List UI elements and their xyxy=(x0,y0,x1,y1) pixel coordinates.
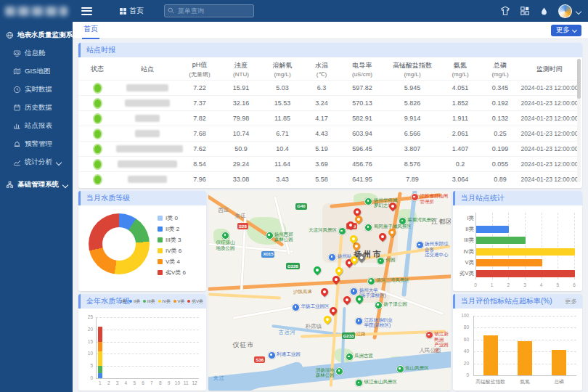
sidebar-item-label: 预警管理 xyxy=(25,139,52,149)
sidebar-item-statistics[interactable]: 统计分析 xyxy=(0,153,73,171)
map-poi-blue-icon[interactable] xyxy=(350,287,358,295)
status-dot-online xyxy=(93,113,102,124)
sidebar-group-surface-water-system[interactable]: 地表水质量监测系统 xyxy=(0,26,73,44)
table-row[interactable]: 7.3732.1615.533.24570.135.8261.8520.1922… xyxy=(78,96,579,111)
map-poi-red-icon[interactable] xyxy=(411,193,419,201)
legend-item[interactable]: V类 4 xyxy=(158,256,186,267)
user-avatar[interactable] xyxy=(558,4,572,18)
map-poi-label: 大运河风景区 xyxy=(295,227,337,233)
map-poi-label: 茱萸湾风景区 xyxy=(408,217,436,223)
layout-grid-icon[interactable] xyxy=(520,6,530,16)
map-poi-park-icon[interactable] xyxy=(355,379,363,387)
status-dot-online xyxy=(93,128,102,139)
user-menu-chevron-icon[interactable] xyxy=(576,7,581,15)
map-poi-park-icon[interactable] xyxy=(221,232,229,240)
vbar-高锰酸盐指数[interactable] xyxy=(483,335,498,375)
hbar-劣V类[interactable] xyxy=(476,270,575,277)
sidebar-item-label: 站点报表 xyxy=(25,121,52,131)
map-poi-park-icon[interactable] xyxy=(377,257,385,265)
stacked-bar-segment[interactable] xyxy=(98,327,102,341)
stacked-bar-segment[interactable] xyxy=(98,373,102,378)
column-header: 状态 xyxy=(78,58,116,81)
globe-icon xyxy=(6,31,14,39)
map-poi-park-icon[interactable] xyxy=(375,301,383,309)
more-button[interactable]: 更多 xyxy=(551,25,581,36)
breadcrumb[interactable]: 首页 xyxy=(120,6,144,16)
sidebar-item-info-cabin[interactable]: 信息舱 xyxy=(0,44,73,62)
map-poi-red-icon[interactable] xyxy=(425,331,433,339)
hbar-V类[interactable] xyxy=(476,259,542,266)
stacked-bar-segment[interactable] xyxy=(98,342,102,351)
map-pin-yellow[interactable] xyxy=(322,314,332,324)
map-poi-park-icon[interactable] xyxy=(346,353,354,361)
map-poi-blue-icon[interactable] xyxy=(292,303,300,311)
map-poi-blue-icon[interactable] xyxy=(355,317,363,325)
map-poi-park-icon[interactable] xyxy=(367,277,375,285)
month-station-panel: 当月站点统计 0123456I类II类III类IV类V类劣V类 xyxy=(453,191,582,291)
hbar-II类[interactable] xyxy=(476,226,509,233)
sidebar-item-station-report[interactable]: 站点报表 xyxy=(0,117,73,135)
menu-search-input[interactable] xyxy=(164,4,254,17)
exceed-rate-panel: 当月评价指标站点超标率(%) 更多 020406080100高锰酸盐指数氨氮总磷 xyxy=(453,294,582,391)
table-row[interactable]: 7.6250.910.45.19596.453.8071.4070.199202… xyxy=(78,142,579,157)
sidebar-item-history-data[interactable]: 历史数据 xyxy=(0,99,73,117)
map-poi-park-icon[interactable] xyxy=(396,365,404,373)
table-row[interactable]: 7.9633.083.435.58641.957.893.0640.892024… xyxy=(78,172,579,187)
map-poi-park-icon[interactable] xyxy=(338,227,346,235)
sidebar-item-gis-map[interactable]: GIS地图 xyxy=(0,62,73,81)
topbar: 首页 xyxy=(73,0,588,22)
table-row[interactable]: 7.6810.746.714.43603.946.5662.0610.25202… xyxy=(78,126,579,142)
stacked-bar-segment[interactable] xyxy=(98,351,102,366)
stacked-bar-segment[interactable] xyxy=(98,366,102,373)
month-grade-legend: I类 0II类 2III类 3IV类 6V类 4劣V类 6 xyxy=(158,213,186,278)
map-pin-red[interactable] xyxy=(319,287,330,297)
map-poi-label: 润扬湿地 森林公园 xyxy=(293,367,335,378)
table-row[interactable]: 7.8279.9811.854.17582.919.9141.9110.1322… xyxy=(78,111,579,126)
tab-home[interactable]: 首页 xyxy=(82,22,99,39)
map-poi-label: 华扬工业园区 xyxy=(301,303,330,309)
scrollbar-thumb[interactable] xyxy=(577,59,581,99)
status-dot-online xyxy=(93,83,102,94)
sidebar-item-alert-management[interactable]: 预警管理 xyxy=(0,135,73,153)
hbar-IV类[interactable] xyxy=(476,248,575,256)
sidebar: 地表水质量监测系统 信息舱 GIS地图 实时数据 历史数据 站点报表 预警管理 xyxy=(0,0,73,392)
column-header: 监测时间 xyxy=(520,58,579,81)
legend-item[interactable]: I类 0 xyxy=(158,213,186,224)
map-poi-park-icon[interactable] xyxy=(266,232,274,240)
map-poi-park-icon[interactable] xyxy=(364,224,372,232)
legend-item[interactable]: III类 3 xyxy=(158,234,186,245)
map-pin-green[interactable] xyxy=(312,265,322,275)
legend-item[interactable]: II类 2 xyxy=(158,224,186,234)
map-poi-label: 江苏省邵仙闸 管理所 xyxy=(420,193,448,204)
org-icon xyxy=(6,181,14,189)
legend-item[interactable]: 劣V类 6 xyxy=(158,267,186,278)
column-header: pH值(无量纲) xyxy=(179,58,221,81)
sidebar-item-label: 统计分析 xyxy=(25,158,52,167)
map-poi-blue-icon[interactable] xyxy=(268,351,276,359)
map-poi-blue-icon[interactable] xyxy=(416,241,424,249)
legend-item[interactable]: IV类 6 xyxy=(158,245,186,256)
hbar-III类[interactable] xyxy=(476,237,526,244)
map-panel[interactable]: 扬州市江都区仪征市西庄朱庄朴席镇人民公园古运河夹江沪陕高速春江路G40S28G3… xyxy=(208,191,451,391)
vbar-总磷[interactable] xyxy=(552,350,566,375)
theme-skin-icon[interactable] xyxy=(500,6,510,16)
vbar-氨氮[interactable] xyxy=(518,341,532,375)
map-poi-label: 何园 xyxy=(385,257,395,263)
map-poi-park-icon[interactable] xyxy=(335,367,343,375)
sidebar-item-realtime-data[interactable]: 实时数据 xyxy=(0,81,73,99)
map-poi-label: 扬子津公园 xyxy=(383,301,407,307)
sidebar-group-basic-management[interactable]: 基础管理系统 xyxy=(0,176,73,194)
map-poi-label: 利通工业园 xyxy=(277,351,301,357)
map-label: 西庄 xyxy=(218,207,229,214)
status-dot-online xyxy=(93,144,102,155)
table-row[interactable]: 8.5429.2411.643.69456.768.5760.20.055202… xyxy=(78,157,579,172)
table-row[interactable]: 7.2215.915.036.3597.825.9454.0510.345202… xyxy=(78,81,579,96)
column-header: 溶解氧(mg/L) xyxy=(261,58,303,81)
panel-title-station-report: 站点时报 xyxy=(78,43,582,57)
water-drop-icon[interactable] xyxy=(539,7,549,16)
table-scrollbar[interactable] xyxy=(577,59,581,182)
alarm-icon xyxy=(13,140,21,148)
month-grade-donut[interactable] xyxy=(89,213,150,274)
column-header: 高锰酸盐指数(mg/L) xyxy=(385,58,440,81)
hamburger-menu-button[interactable] xyxy=(81,5,92,17)
